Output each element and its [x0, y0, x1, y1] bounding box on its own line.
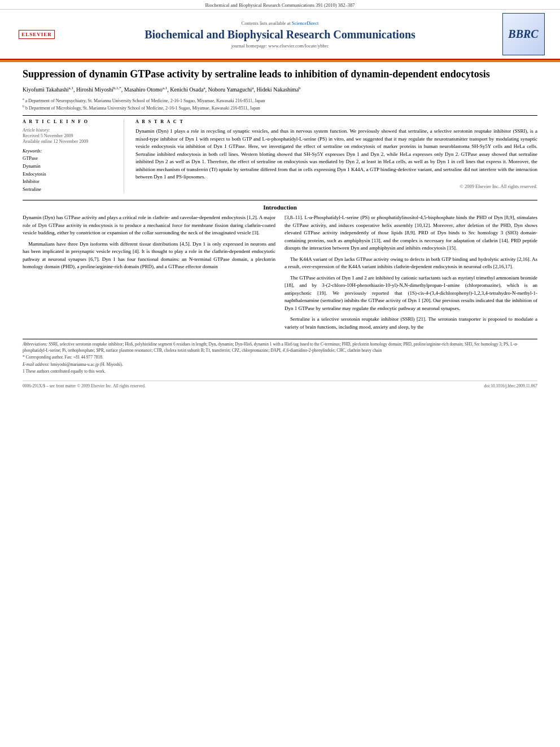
- abbreviations-text: SSRI, selective serotonin reuptake inhib…: [23, 342, 518, 353]
- email-address: hmiyoshi@marianna-u.ac.jp (H. Miyoshi).: [51, 362, 123, 367]
- article-history: Article history: Received 5 November 200…: [23, 128, 118, 144]
- history-label: Article history:: [23, 128, 118, 133]
- journal-citation: Biochemical and Biophysical Research Com…: [205, 2, 355, 8]
- intro-p4: The K44A variant of Dyn lacks GTPase act…: [285, 256, 537, 271]
- affiliation-b: b b Department of Microbiology, St. Mari…: [23, 104, 537, 111]
- keyword-1: GTPase: [23, 155, 118, 163]
- issn-line: 0006-291X/$ – see front matter © 2009 El…: [23, 383, 146, 388]
- intro-p6: Sertraline is a selective serotonin reup…: [285, 316, 537, 331]
- keywords-label: Keywords:: [23, 148, 118, 154]
- article-info-heading: A R T I C L E I N F O: [23, 119, 118, 124]
- affiliation-a: a a Department of Neuropsychiatry, St. M…: [23, 97, 537, 104]
- keywords-list: GTPase Dynamin Endocytosis Inhibitor Ser…: [23, 155, 118, 193]
- body-col-left: Dynamin (Dyn) has GTPase activity and pl…: [23, 214, 275, 334]
- journal-homepage: journal homepage: www.elsevier.com/locat…: [62, 43, 498, 49]
- affiliations: a a Department of Neuropsychiatry, St. M…: [23, 97, 537, 111]
- article-info-col: A R T I C L E I N F O Article history: R…: [23, 119, 124, 193]
- journal-title: Biochemical and Biophysical Research Com…: [62, 28, 498, 41]
- intro-p3: [3,8–11]. L-α-Phosphatidyl-L-serine (PS)…: [285, 214, 537, 252]
- intro-p1: Dynamin (Dyn) has GTPase activity and pl…: [23, 214, 275, 237]
- corresponding-author: * Corresponding author. Fax: +81 44 977 …: [23, 355, 537, 361]
- main-content: Suppression of dynamin GTPase activity b…: [0, 62, 560, 394]
- journal-header-left: ELSEVIER: [11, 30, 62, 39]
- page: Biochemical and Biophysical Research Com…: [0, 0, 560, 747]
- article-title: Suppression of dynamin GTPase activity b…: [23, 68, 537, 81]
- introduction-section: Introduction Dynamin (Dyn) has GTPase ac…: [23, 200, 537, 334]
- abstract-heading: A B S T R A C T: [135, 119, 537, 124]
- available-date: Available online 12 November 2009: [23, 139, 118, 144]
- abbreviations: Abbreviations: SSRI, selective serotonin…: [23, 342, 537, 353]
- email-label: E-mail address:: [23, 362, 50, 367]
- footnote-section: Abbreviations: SSRI, selective serotonin…: [23, 339, 537, 375]
- bbrc-logo: BBRC: [502, 13, 545, 55]
- authors-line: Kiyofumi Takahashia,1, Hiroshi Miyoshib,…: [23, 85, 537, 94]
- journal-top-bar: Biochemical and Biophysical Research Com…: [0, 0, 560, 10]
- doi-line: doi:10.1016/j.bbrc.2009.11.067: [484, 383, 537, 388]
- article-info-abstract: A R T I C L E I N F O Article history: R…: [23, 115, 537, 193]
- abstract-text: Dynamin (Dyn) 1 plays a role in recyclin…: [135, 128, 537, 181]
- sciencedirect-link[interactable]: ScienceDirect: [292, 20, 319, 26]
- contents-line: Contents lists available at ScienceDirec…: [62, 20, 498, 26]
- keyword-2: Dynamin: [23, 163, 118, 171]
- email-line: E-mail address: hmiyoshi@marianna-u.ac.j…: [23, 362, 537, 368]
- keywords-section: Keywords: GTPase Dynamin Endocytosis Inh…: [23, 148, 118, 193]
- abbreviations-label: Abbreviations:: [23, 342, 47, 347]
- copyright-line: © 2009 Elsevier Inc. All rights reserved…: [135, 184, 537, 189]
- intro-p2: Mammalians have three Dyn isoforms with …: [23, 241, 275, 271]
- bottom-bar: 0006-291X/$ – see front matter © 2009 El…: [23, 381, 537, 388]
- bbrc-logo-text: BBRC: [508, 28, 538, 41]
- intro-heading: Introduction: [23, 204, 537, 211]
- body-two-col: Dynamin (Dyn) has GTPase activity and pl…: [23, 214, 537, 334]
- keyword-5: Sertraline: [23, 186, 118, 194]
- elsevier-logo: ELSEVIER: [19, 30, 55, 39]
- journal-header: ELSEVIER Contents lists available at Sci…: [0, 10, 560, 60]
- abstract-col: A B S T R A C T Dynamin (Dyn) 1 plays a …: [135, 119, 537, 193]
- equal-contrib: 1 These authors contributed equally to t…: [23, 369, 537, 375]
- intro-p5: The GTPase activities of Dyn 1 and 2 are…: [285, 274, 537, 313]
- keyword-3: Endocytosis: [23, 171, 118, 178]
- keyword-4: Inhibitor: [23, 178, 118, 186]
- journal-header-center: Contents lists available at ScienceDirec…: [62, 20, 498, 49]
- received-date: Received 5 November 2009: [23, 133, 118, 138]
- journal-header-right: BBRC: [498, 13, 549, 55]
- body-col-right: [3,8–11]. L-α-Phosphatidyl-L-serine (PS)…: [285, 214, 537, 334]
